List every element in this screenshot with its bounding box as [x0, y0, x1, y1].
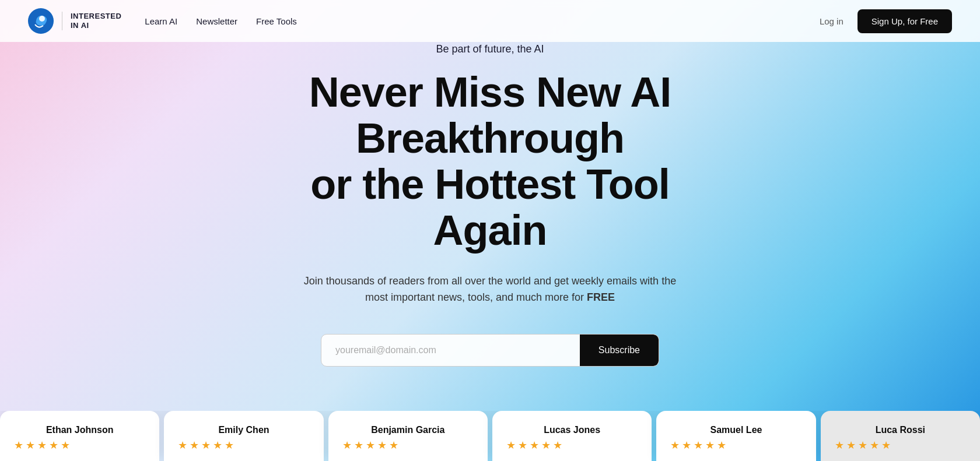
stars-4: ★ ★ ★ ★ ★ [670, 439, 802, 452]
hero-subtitle-text: Join thousands of readers from all over … [304, 275, 676, 304]
nav-links: Learn AI Newsletter Free Tools [145, 16, 297, 26]
email-form: Subscribe [321, 334, 659, 367]
star: ★ [354, 439, 363, 452]
star: ★ [49, 439, 58, 452]
nav-free-tools[interactable]: Free Tools [256, 16, 297, 26]
star: ★ [213, 439, 222, 452]
testimonial-card-1: Emily Chen ★ ★ ★ ★ ★ [164, 411, 323, 461]
star: ★ [178, 439, 187, 452]
star: ★ [190, 439, 199, 452]
hero-content: Be part of future, the AI Never Miss New… [228, 43, 752, 460]
signup-button[interactable]: Sign Up, for Free [858, 9, 952, 33]
header-left: INTERESTED IN AI Learn AI Newsletter Fre… [28, 8, 297, 34]
star: ★ [835, 439, 844, 452]
star: ★ [26, 439, 35, 452]
testimonial-card-2: Benjamin Garcia ★ ★ ★ ★ ★ [328, 411, 488, 461]
testimonial-name-1: Emily Chen [178, 425, 309, 435]
stars-5: ★ ★ ★ ★ ★ [835, 439, 966, 452]
hero-subtitle: Join thousands of readers from all over … [303, 273, 677, 307]
login-button[interactable]: Log in [820, 16, 844, 26]
stars-2: ★ ★ ★ ★ ★ [342, 439, 474, 452]
star: ★ [518, 439, 527, 452]
star: ★ [225, 439, 234, 452]
stars-3: ★ ★ ★ ★ ★ [506, 439, 638, 452]
nav-learn-ai[interactable]: Learn AI [145, 16, 177, 26]
star: ★ [717, 439, 726, 452]
header: INTERESTED IN AI Learn AI Newsletter Fre… [0, 0, 980, 42]
testimonials-row: Ethan Johnson ★ ★ ★ ★ ★ Emily Chen ★ ★ ★… [0, 411, 980, 461]
stars-1: ★ ★ ★ ★ ★ [178, 439, 309, 452]
logo-icon [28, 8, 54, 34]
star: ★ [14, 439, 23, 452]
star: ★ [201, 439, 211, 452]
hero-section: Be part of future, the AI Never Miss New… [0, 0, 980, 461]
star: ★ [694, 439, 703, 452]
star: ★ [37, 439, 47, 452]
star: ★ [705, 439, 715, 452]
testimonial-name-4: Samuel Lee [670, 425, 802, 435]
testimonial-name-2: Benjamin Garcia [342, 425, 474, 435]
logo-text: INTERESTED IN AI [71, 12, 121, 30]
star: ★ [506, 439, 516, 452]
star: ★ [881, 439, 891, 452]
star: ★ [541, 439, 551, 452]
header-right: Log in Sign Up, for Free [820, 9, 952, 33]
star: ★ [682, 439, 691, 452]
stars-0: ★ ★ ★ ★ ★ [14, 439, 145, 452]
testimonial-card-0: Ethan Johnson ★ ★ ★ ★ ★ [0, 411, 159, 461]
star: ★ [389, 439, 398, 452]
logo[interactable]: INTERESTED IN AI [28, 8, 121, 34]
hero-tagline: Be part of future, the AI [251, 43, 729, 55]
star: ★ [342, 439, 352, 452]
star: ★ [366, 439, 375, 452]
testimonial-card-4: Samuel Lee ★ ★ ★ ★ ★ [656, 411, 816, 461]
star: ★ [553, 439, 562, 452]
star: ★ [61, 439, 70, 452]
testimonial-name-5: Luca Rossi [835, 425, 966, 435]
logo-divider [62, 12, 62, 30]
hero-free-word: FREE [587, 291, 615, 303]
email-input[interactable] [321, 335, 580, 366]
subscribe-button[interactable]: Subscribe [580, 335, 659, 366]
nav-newsletter[interactable]: Newsletter [196, 16, 237, 26]
star: ★ [858, 439, 867, 452]
testimonial-name-3: Lucas Jones [506, 425, 638, 435]
svg-point-1 [39, 16, 45, 22]
star: ★ [870, 439, 879, 452]
star: ★ [846, 439, 856, 452]
star: ★ [670, 439, 680, 452]
star: ★ [377, 439, 387, 452]
hero-title-line1: Never Miss New AI Breakthrough [309, 69, 671, 161]
hero-title: Never Miss New AI Breakthrough or the Ho… [251, 69, 729, 254]
star: ★ [530, 439, 539, 452]
hero-title-line2: or the Hottest Tool Again [310, 161, 670, 254]
testimonial-name-0: Ethan Johnson [14, 425, 145, 435]
testimonial-card-3: Lucas Jones ★ ★ ★ ★ ★ [492, 411, 652, 461]
testimonial-card-5: Luca Rossi ★ ★ ★ ★ ★ [821, 411, 980, 461]
